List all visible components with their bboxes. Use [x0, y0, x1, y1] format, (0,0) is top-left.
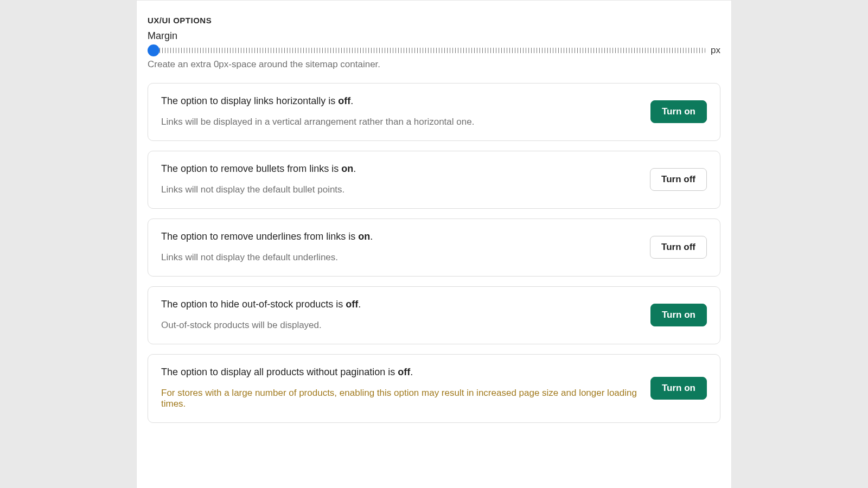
settings-panel: UX/UI OPTIONS Margin px Create an extra … [136, 0, 732, 488]
option-state: on [341, 163, 353, 174]
slider-unit: px [711, 45, 720, 56]
turn-off-button[interactable]: Turn off [650, 236, 707, 259]
option-card-remove-bullets: The option to remove bullets from links … [148, 151, 720, 209]
option-title: The option to remove underlines from lin… [161, 231, 637, 242]
margin-slider[interactable] [148, 45, 705, 56]
option-title-prefix: The option to hide out-of-stock products… [161, 299, 346, 310]
turn-off-button[interactable]: Turn off [650, 168, 707, 191]
option-title-suffix: . [410, 367, 413, 377]
option-title-suffix: . [358, 299, 361, 310]
option-text: The option to hide out-of-stock products… [161, 299, 637, 331]
option-title-suffix: . [370, 231, 373, 242]
option-desc: Links will not display the default bulle… [161, 184, 637, 195]
option-title-prefix: The option to remove underlines from lin… [161, 231, 358, 242]
option-text: The option to remove bullets from links … [161, 163, 637, 195]
margin-helper: Create an extra 0px-space around the sit… [148, 59, 720, 70]
option-title-suffix: . [350, 95, 353, 106]
option-card-remove-underlines: The option to remove underlines from lin… [148, 219, 720, 277]
option-state: on [358, 231, 370, 242]
option-title-suffix: . [353, 163, 356, 174]
option-state: off [346, 299, 358, 310]
option-title: The option to hide out-of-stock products… [161, 299, 637, 310]
turn-on-button[interactable]: Turn on [650, 100, 707, 123]
option-state: off [398, 367, 410, 377]
margin-label: Margin [148, 30, 720, 42]
section-title: UX/UI OPTIONS [148, 16, 720, 25]
option-text: The option to display links horizontally… [161, 95, 637, 127]
option-title-prefix: The option to display links horizontally… [161, 95, 338, 106]
option-title: The option to remove bullets from links … [161, 163, 637, 175]
option-desc: For stores with a large number of produc… [161, 388, 637, 409]
option-text: The option to display all products witho… [161, 367, 637, 409]
margin-slider-row: px [148, 45, 720, 56]
option-state: off [338, 95, 350, 106]
option-text: The option to remove underlines from lin… [161, 231, 637, 263]
option-desc: Out-of-stock products will be displayed. [161, 320, 637, 331]
option-card-horizontal-links: The option to display links horizontally… [148, 83, 720, 141]
turn-on-button[interactable]: Turn on [650, 377, 707, 400]
option-title-prefix: The option to display all products witho… [161, 367, 398, 377]
slider-thumb[interactable] [148, 44, 159, 56]
slider-ticks [154, 48, 705, 53]
option-title: The option to display all products witho… [161, 367, 637, 378]
turn-on-button[interactable]: Turn on [650, 304, 707, 326]
option-card-hide-oos: The option to hide out-of-stock products… [148, 286, 720, 344]
option-title-prefix: The option to remove bullets from links … [161, 163, 341, 174]
option-title: The option to display links horizontally… [161, 95, 637, 107]
option-card-no-pagination: The option to display all products witho… [148, 354, 720, 423]
option-desc: Links will be displayed in a vertical ar… [161, 117, 637, 127]
option-desc: Links will not display the default under… [161, 252, 637, 263]
